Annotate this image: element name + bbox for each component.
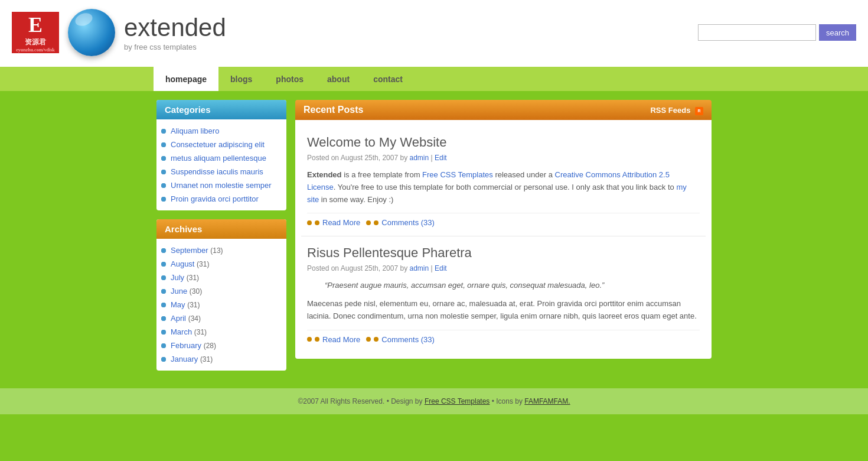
- recent-posts-header: Recent Posts RSS Feeds R: [295, 100, 712, 120]
- post-title-link[interactable]: Welcome to My Website: [307, 135, 446, 150]
- rss-icon: R: [695, 107, 703, 115]
- archive-count: (13): [210, 246, 223, 255]
- bullet-icon: [374, 337, 378, 342]
- nav-contact[interactable]: contact: [361, 67, 415, 91]
- nav-about[interactable]: about: [315, 67, 361, 91]
- logo-subtext: eyunzhu.com/vdisk: [16, 47, 55, 53]
- post-meta: Posted on August 25th, 2007 by admin | E…: [307, 154, 700, 162]
- post-title: Welcome to My Website: [307, 135, 700, 150]
- post-title-link[interactable]: Risus Pellentesque Pharetra: [307, 245, 472, 260]
- list-item: August (31): [156, 257, 286, 271]
- free-css-link[interactable]: Free CSS Templates: [422, 170, 493, 179]
- archive-count: (30): [190, 287, 202, 296]
- post-footer: Read More Comments (33): [307, 330, 700, 344]
- bullet-icon: [315, 220, 319, 225]
- category-link[interactable]: Aliquam libero: [171, 126, 219, 135]
- list-item: Consectetuer adipiscing elit: [156, 138, 286, 151]
- bullet-icon: [161, 289, 166, 294]
- category-link[interactable]: Proin gravida orci porttitor: [171, 194, 259, 203]
- bullet-icon: [161, 129, 166, 134]
- bullet-icon: [161, 275, 166, 280]
- archive-count: (31): [200, 355, 213, 363]
- site-title: extended: [124, 13, 226, 43]
- footer: ©2007 All Rights Reserved. • Design by F…: [0, 388, 868, 414]
- archives-header: Archives: [156, 219, 286, 239]
- archives-list: September (13) August (31) July (31) Jun…: [156, 239, 286, 371]
- archive-count: (34): [188, 314, 201, 323]
- category-link[interactable]: Urnanet non molestie semper: [171, 181, 272, 190]
- footer-icons-link[interactable]: FAMFAMFAM.: [524, 397, 570, 405]
- bullet-icon: [161, 303, 166, 307]
- categories-header: Categories: [156, 100, 286, 119]
- list-item: April (34): [156, 311, 286, 325]
- bullet-icon: [161, 330, 166, 335]
- footer-design-link[interactable]: Free CSS Templates: [425, 397, 490, 405]
- archive-link[interactable]: January: [171, 355, 198, 363]
- bullet-icon: [161, 142, 166, 147]
- list-item: June (30): [156, 284, 286, 298]
- bullet-icon: [315, 337, 319, 342]
- rss-link[interactable]: RSS Feeds R: [650, 106, 703, 115]
- archive-link[interactable]: July: [171, 273, 184, 282]
- category-link[interactable]: Consectetuer adipiscing elit: [171, 140, 265, 149]
- archive-link[interactable]: August: [171, 259, 194, 268]
- post-author-link[interactable]: admin: [409, 154, 429, 162]
- logo-area: E 资源君 eyunzhu.com/vdisk extended by free…: [12, 9, 226, 56]
- logo-chinese: 资源君: [25, 37, 46, 47]
- bullet-icon: [374, 220, 378, 225]
- archive-link[interactable]: June: [171, 287, 187, 296]
- list-item: July (31): [156, 271, 286, 284]
- posts-container: Welcome to My Website Posted on August 2…: [295, 120, 712, 359]
- list-item: Urnanet non molestie semper: [156, 178, 286, 192]
- rss-area: RSS Feeds R: [650, 105, 703, 115]
- categories-list: Aliquam libero Consectetuer adipiscing e…: [156, 119, 286, 210]
- category-link[interactable]: metus aliquam pellentesque: [171, 154, 266, 163]
- list-item: Proin gravida orci porttitor: [156, 192, 286, 206]
- read-more-link[interactable]: Read More: [307, 335, 360, 344]
- nav: homepage blogs photos about contact: [0, 65, 868, 91]
- logo-box: E 资源君 eyunzhu.com/vdisk: [12, 12, 59, 53]
- site-subtitle: by free css templates: [124, 43, 226, 52]
- archive-link[interactable]: February: [171, 341, 201, 350]
- logo-letter: E: [28, 12, 43, 37]
- list-item: Aliquam libero: [156, 124, 286, 138]
- post-edit-link[interactable]: Edit: [435, 264, 447, 272]
- archive-link[interactable]: May: [171, 300, 185, 309]
- main-container: Categories Aliquam libero Consectetuer a…: [151, 100, 717, 379]
- nav-homepage[interactable]: homepage: [154, 67, 218, 91]
- sidebar: Categories Aliquam libero Consectetuer a…: [156, 100, 286, 379]
- nav-blogs[interactable]: blogs: [218, 67, 264, 91]
- header: E 资源君 eyunzhu.com/vdisk extended by free…: [0, 0, 868, 65]
- bullet-icon: [161, 357, 166, 362]
- list-item: January (31): [156, 352, 286, 366]
- nav-photos[interactable]: photos: [264, 67, 315, 91]
- categories-section: Categories Aliquam libero Consectetuer a…: [156, 100, 286, 210]
- archive-link[interactable]: April: [171, 314, 186, 323]
- comments-link[interactable]: Comments (33): [366, 335, 435, 344]
- post-body: “Praesent augue mauris, accumsan eget, o…: [307, 280, 700, 322]
- bullet-icon: [161, 170, 166, 174]
- post-edit-link[interactable]: Edit: [435, 154, 447, 162]
- bullet-icon: [161, 343, 166, 348]
- post-item: Welcome to My Website Posted on August 2…: [301, 126, 706, 236]
- search-button[interactable]: search: [819, 24, 856, 41]
- bullet-icon: [161, 183, 166, 188]
- list-item: March (31): [156, 325, 286, 339]
- search-input[interactable]: [698, 24, 816, 41]
- post-author-link[interactable]: admin: [409, 264, 429, 272]
- archive-link[interactable]: March: [171, 327, 192, 336]
- post-title: Risus Pellentesque Pharetra: [307, 245, 700, 261]
- archive-count: (31): [197, 260, 209, 268]
- comments-link[interactable]: Comments (33): [366, 218, 435, 227]
- list-item: May (31): [156, 298, 286, 311]
- post-footer: Read More Comments (33): [307, 213, 700, 227]
- list-item: metus aliquam pellentesque: [156, 151, 286, 165]
- bullet-icon: [161, 156, 166, 161]
- archive-count: (28): [204, 342, 216, 350]
- recent-posts-title: Recent Posts: [304, 105, 363, 115]
- recent-posts-section: Recent Posts RSS Feeds R Welcome to My W…: [295, 100, 712, 359]
- category-link[interactable]: Suspendisse iaculis mauris: [171, 167, 263, 176]
- read-more-link[interactable]: Read More: [307, 218, 360, 227]
- archive-link[interactable]: September: [171, 246, 208, 255]
- site-title-area: extended by free css templates: [124, 13, 226, 52]
